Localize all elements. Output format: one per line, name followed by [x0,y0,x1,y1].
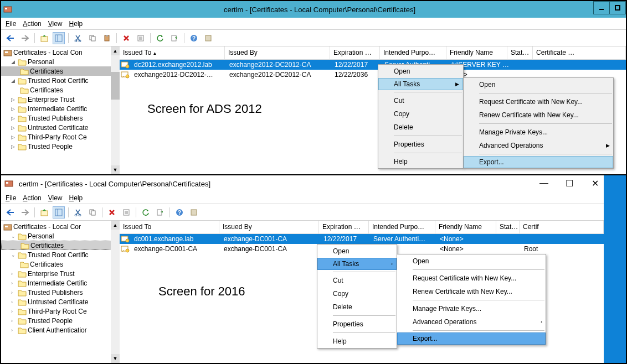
show-hide-tree-button[interactable] [53,32,65,44]
refresh-button[interactable] [154,32,166,44]
menu-view[interactable]: View [48,194,63,202]
sub-request-cert[interactable]: Request Certificate with New Key... [397,272,546,285]
show-hide-tree-button[interactable] [53,206,65,219]
back-button[interactable] [4,206,17,219]
ctx-cut[interactable]: Cut [317,274,397,287]
sub-manage-keys[interactable]: Manage Private Keys... [464,126,613,139]
sub-open[interactable]: Open [397,254,546,268]
help-button[interactable]: ? [188,32,200,44]
tree-root[interactable]: Certificates - Local Con [1,48,119,57]
forward-button[interactable] [19,32,31,44]
col-issued-to[interactable]: Issued To [120,46,225,59]
tree-untrusted[interactable]: ▷Untrusted Certificate [1,123,119,132]
scroll-down-icon[interactable]: ▼ [111,165,120,174]
tree-trusted-root-certs[interactable]: Certificates [1,85,119,95]
tree-scrollbar[interactable]: ▲ ▼ [111,221,120,363]
sub-manage-keys[interactable]: Manage Private Keys... [397,302,546,315]
col-expiration[interactable]: Expiration … [319,221,369,233]
minimize-button[interactable] [593,1,610,14]
ctx-properties[interactable]: Properties [317,318,397,331]
ctx-cut[interactable]: Cut [378,94,463,107]
ctx-properties[interactable]: Properties [378,138,463,151]
up-button[interactable] [38,32,50,44]
tree-personal-certs[interactable]: Certificates [1,66,119,76]
tree-personal-certs[interactable]: Certificates [1,241,119,250]
tree-trusted-root[interactable]: ⌄Trusted Root Certific [1,250,119,259]
ctx-help[interactable]: Help [317,335,397,348]
ctx-delete[interactable]: Delete [378,121,463,134]
tree-enterprise[interactable]: ›Enterprise Trust [1,269,119,278]
menu-file[interactable]: File [6,194,16,202]
tree-trusted-pub[interactable]: ▷Trusted Publishers [1,113,119,123]
tree-trusted-root[interactable]: ◢Trusted Root Certific [1,76,119,85]
sub-advanced[interactable]: Advanced Operations▶ [464,139,613,152]
ctx-open[interactable]: Open [317,245,397,258]
tree-untrusted[interactable]: ›Untrusted Certificate [1,297,119,306]
tree-trusted-root-certs[interactable]: Certificates [1,259,119,269]
tree-intermediate[interactable]: ›Intermediate Certific [1,278,119,288]
tree-trusted-people[interactable]: ›Trusted People [1,316,119,325]
menu-view[interactable]: View [48,20,63,28]
up-button[interactable] [38,206,50,219]
copy-button[interactable] [86,32,99,44]
menu-help[interactable]: Help [69,20,83,28]
tree-scrollbar[interactable]: ▲ ▼ [111,46,120,174]
options-button[interactable] [202,32,214,44]
delete-button[interactable] [106,206,118,219]
list-row[interactable]: dc001.exchange.lab exchange-DC001-CA 12/… [120,234,604,244]
tree-trusted-pub[interactable]: ›Trusted Publishers [1,288,119,297]
title-bar[interactable]: certlm - [Certificates - Local Computer\… [1,175,604,192]
cut-button[interactable] [72,206,84,219]
col-template[interactable]: Certificate … [533,46,626,59]
scroll-up-icon[interactable]: ▲ [111,221,120,230]
menu-action[interactable]: Action [23,20,41,28]
sub-export[interactable]: Export... [397,332,546,345]
maximize-button[interactable] [609,1,626,14]
menu-file[interactable]: File [6,20,16,28]
delete-button[interactable] [120,32,132,44]
properties-button[interactable] [135,32,147,44]
col-purpose[interactable]: Intended Purpo… [380,46,446,59]
col-status[interactable]: Stat… [496,221,520,233]
col-friendly[interactable]: Friendly Name [435,221,496,233]
sub-export[interactable]: Export... [464,156,613,168]
tree-personal[interactable]: ⌄Personal [1,231,119,241]
ctx-delete[interactable]: Delete [317,300,397,314]
back-button[interactable] [4,32,17,44]
ctx-copy[interactable]: Copy [378,107,463,121]
export-list-button[interactable] [168,32,181,44]
copy-button[interactable] [86,206,99,219]
maximize-button[interactable]: ☐ [564,178,575,189]
col-issued-by[interactable]: Issued By [219,221,319,233]
tree-third-party[interactable]: ›Third-Party Root Ce [1,306,119,316]
ctx-copy[interactable]: Copy [317,287,397,300]
col-issued-by[interactable]: Issued By [225,46,330,59]
paste-button[interactable] [101,32,113,44]
tree-enterprise[interactable]: ▷Enterprise Trust [1,95,119,104]
properties-button[interactable] [120,206,132,219]
scroll-up-icon[interactable]: ▲ [111,46,120,55]
col-issued-to[interactable]: Issued To [120,221,219,233]
title-bar[interactable]: certlm - [Certificates - Local Computer\… [1,1,626,18]
export-list-button[interactable] [154,206,166,219]
tree-root[interactable]: Certificates - Local Cor [1,222,119,231]
sub-renew-cert[interactable]: Renew Certificate with New Key... [397,285,546,298]
tree-trusted-people[interactable]: ▷Trusted People [1,142,119,151]
menu-help[interactable]: Help [69,194,83,202]
col-friendly[interactable]: Friendly Name [446,46,507,59]
sub-advanced[interactable]: Advanced Operations› [397,315,546,329]
ctx-open[interactable]: Open [378,65,463,78]
tree-third-party[interactable]: ▷Third-Party Root Ce [1,132,119,142]
ctx-all-tasks[interactable]: All Tasks› [317,258,397,270]
sub-open[interactable]: Open [464,78,613,91]
minimize-button[interactable]: — [538,178,549,189]
col-expiration[interactable]: Expiration … [330,46,380,59]
tree-intermediate[interactable]: ▷Intermediate Certific [1,104,119,113]
cut-button[interactable] [72,32,84,44]
help-button[interactable]: ? [173,206,186,219]
list-row[interactable]: dc2012.exchange2012.lab exchange2012-DC2… [120,60,626,70]
sub-renew-cert[interactable]: Renew Certificate with New Key... [464,108,613,122]
options-button[interactable] [188,206,200,219]
sub-request-cert[interactable]: Request Certificate with New Key... [464,95,613,108]
tree-personal[interactable]: ◢Personal [1,57,119,66]
